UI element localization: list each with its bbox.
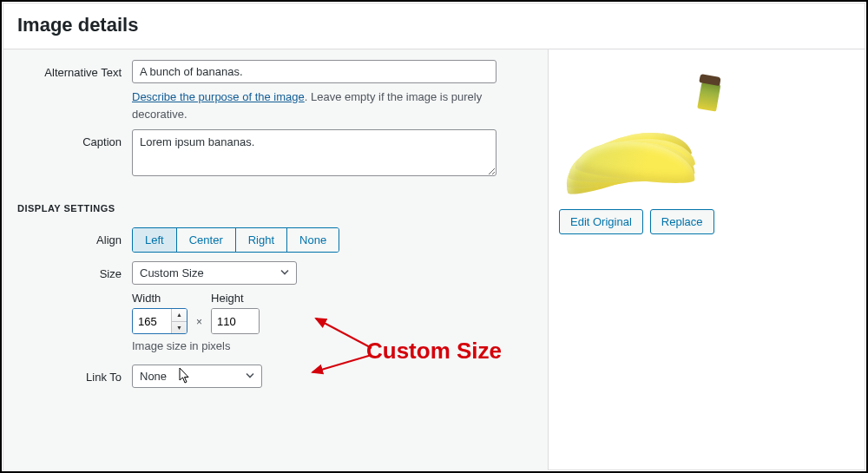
linkto-label: Link To xyxy=(17,365,132,384)
describe-purpose-link[interactable]: Describe the purpose of the image xyxy=(132,90,305,103)
dimensions-block: Width ▲ ▼ × xyxy=(132,292,534,334)
width-spinner: ▲ ▼ xyxy=(171,309,187,333)
align-left-button[interactable]: Left xyxy=(133,228,177,252)
times-symbol: × xyxy=(193,316,206,334)
alt-text-input[interactable] xyxy=(132,60,496,83)
caption-textarea[interactable] xyxy=(132,129,496,176)
height-label: Height xyxy=(211,292,260,305)
width-step-up[interactable]: ▲ xyxy=(172,309,187,322)
align-button-group: Left Center Right None xyxy=(132,227,339,253)
alt-text-label: Alternative Text xyxy=(17,60,132,79)
alt-help-text: Describe the purpose of the image. Leave… xyxy=(132,89,496,122)
align-none-button[interactable]: None xyxy=(287,228,339,252)
caption-label: Caption xyxy=(17,129,132,148)
replace-button[interactable]: Replace xyxy=(650,209,714,234)
width-input[interactable] xyxy=(133,309,171,333)
dialog-title: Image details xyxy=(3,3,865,49)
annotation-label: Custom Size xyxy=(366,338,502,365)
size-select[interactable]: Custom Size xyxy=(132,261,297,285)
align-center-button[interactable]: Center xyxy=(177,228,236,252)
width-step-down[interactable]: ▼ xyxy=(172,322,187,334)
width-label: Width xyxy=(132,292,187,305)
display-settings-heading: DISPLAY SETTINGS xyxy=(17,203,534,214)
edit-original-button[interactable]: Edit Original xyxy=(559,209,643,234)
preview-panel: Edit Original Replace xyxy=(549,49,865,470)
height-input-wrap xyxy=(211,308,260,334)
linkto-select[interactable]: None xyxy=(132,365,262,388)
image-details-dialog: Image details Alternative Text Describe … xyxy=(3,3,865,470)
settings-panel: Alternative Text Describe the purpose of… xyxy=(3,49,549,470)
align-right-button[interactable]: Right xyxy=(236,228,287,252)
size-label: Size xyxy=(17,261,132,280)
image-preview xyxy=(559,58,722,195)
height-input[interactable] xyxy=(212,309,259,333)
width-input-wrap: ▲ ▼ xyxy=(132,308,187,334)
align-label: Align xyxy=(17,227,132,246)
